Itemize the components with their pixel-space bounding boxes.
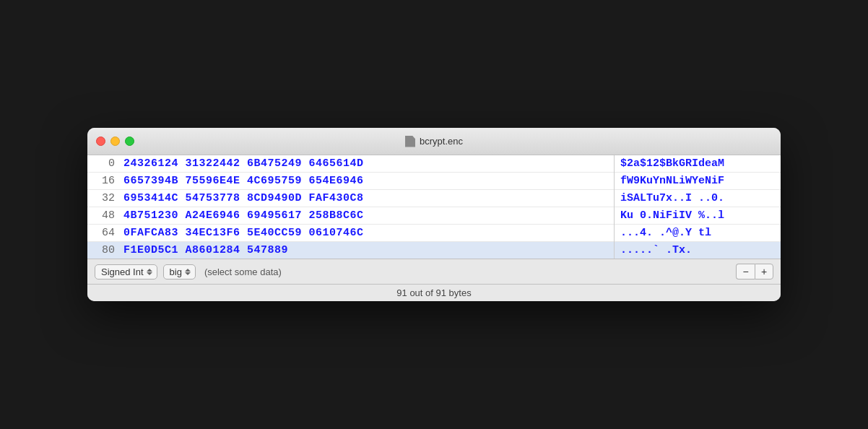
row-offset: 16 [93, 175, 115, 187]
hex-bytes[interactable]: 4B751230 A24E6946 69495617 258B8C6C [123, 209, 364, 222]
file-icon [405, 136, 415, 147]
hex-bytes[interactable]: 0FAFCA83 34EC13F6 5E40CC59 0610746C [123, 227, 364, 239]
signed-int-select[interactable]: Signed Int [95, 264, 157, 280]
window-title-area: bcrypt.enc [405, 136, 463, 147]
endian-select[interactable]: big [163, 264, 196, 280]
window-title: bcrypt.enc [420, 136, 463, 147]
row-offset: 80 [93, 244, 115, 256]
content-area: 024326124 31322442 6B475249 6465614D1666… [87, 155, 781, 259]
hex-bytes[interactable]: 24326124 31322442 6B475249 6465614D [123, 157, 364, 170]
hex-row: 80F1E0D5C1 A8601284 547889 [87, 242, 614, 259]
hex-bytes[interactable]: 6953414C 54753778 8CD9490D FAF430C8 [123, 192, 364, 204]
ascii-row: ...4. .^@.Y tl [615, 225, 781, 242]
hex-row: 484B751230 A24E6946 69495617 258B8C6C [87, 207, 614, 225]
ascii-row: .....` .Tx. [615, 242, 781, 259]
hex-bytes[interactable]: F1E0D5C1 A8601284 547889 [123, 244, 288, 256]
toolbar-buttons: − + [736, 264, 773, 280]
arrow-down-icon [185, 272, 191, 275]
signed-int-arrows [147, 269, 152, 275]
row-offset: 64 [93, 227, 115, 239]
ascii-panel: $2a$12$BkGRIdeaMfW9KuYnNLiWYeNiFiSALTu7x… [615, 155, 781, 259]
traffic-lights [96, 136, 134, 146]
hex-row: 024326124 31322442 6B475249 6465614D [87, 155, 614, 173]
main-window: bcrypt.enc 024326124 31322442 6B475249 6… [87, 128, 781, 301]
hex-row: 166657394B 75596E4E 4C695759 654E6946 [87, 173, 614, 190]
titlebar: bcrypt.enc [87, 128, 781, 155]
hex-row: 640FAFCA83 34EC13F6 5E40CC59 0610746C [87, 225, 614, 242]
signed-int-label: Signed Int [101, 266, 144, 277]
status-text: 91 out of 91 bytes [396, 287, 471, 298]
plus-button[interactable]: + [755, 264, 773, 280]
minimize-button[interactable] [110, 136, 120, 146]
hex-bytes[interactable]: 6657394B 75596E4E 4C695759 654E6946 [123, 175, 364, 187]
selection-hint: (select some data) [204, 266, 282, 277]
minus-button[interactable]: − [736, 264, 755, 280]
maximize-button[interactable] [125, 136, 134, 146]
ascii-row: Ku 0.NiFiIV %..l [615, 207, 781, 225]
arrow-up-icon [185, 269, 191, 272]
toolbar: Signed Int big (select some data) − + [87, 259, 781, 284]
row-offset: 48 [93, 209, 115, 222]
row-offset: 0 [93, 157, 115, 170]
ascii-row: iSALTu7x..I ..0. [615, 190, 781, 207]
endian-label: big [170, 266, 182, 277]
hex-row: 326953414C 54753778 8CD9490D FAF430C8 [87, 190, 614, 207]
close-button[interactable] [96, 136, 105, 146]
ascii-row: fW9KuYnNLiWYeNiF [615, 173, 781, 190]
arrow-down-icon [147, 272, 152, 275]
status-bar: 91 out of 91 bytes [87, 284, 781, 301]
ascii-row: $2a$12$BkGRIdeaM [615, 155, 781, 173]
arrow-up-icon [147, 269, 152, 272]
row-offset: 32 [93, 192, 115, 204]
hex-panel: 024326124 31322442 6B475249 6465614D1666… [87, 155, 615, 259]
endian-arrows [185, 269, 191, 275]
